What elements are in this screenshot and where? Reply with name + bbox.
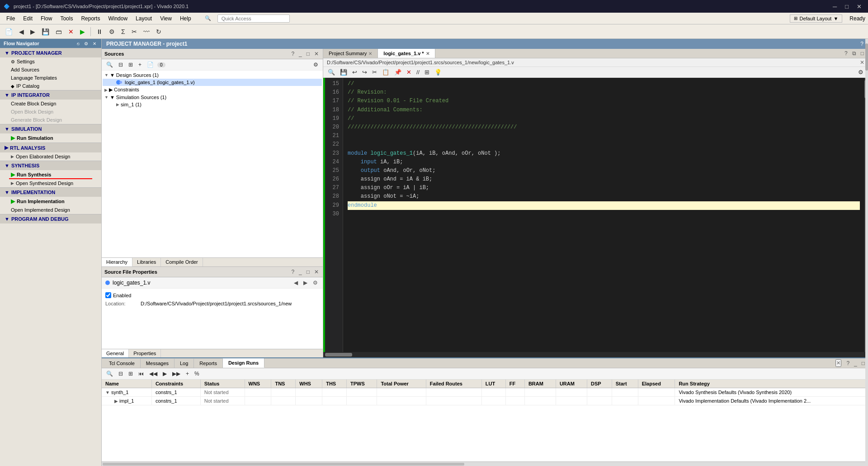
runs-search-button[interactable]: 🔍 <box>104 370 115 378</box>
sources-maximize-button[interactable]: □ <box>305 50 311 57</box>
sources-tab-libraries[interactable]: Libraries <box>132 258 161 266</box>
sfp-nav-forward-button[interactable]: ▶ <box>302 279 309 286</box>
sfp-tab-general[interactable]: General <box>102 349 129 357</box>
editor-tab-logic-gates[interactable]: logic_gates_1.v * ✕ <box>378 49 435 58</box>
menu-file[interactable]: File <box>3 14 19 23</box>
runs-add-button[interactable]: + <box>184 370 191 378</box>
ed-cut-button[interactable]: ✂ <box>370 68 379 76</box>
close-button[interactable]: ✕ <box>854 2 864 11</box>
sources-tab-hierarchy[interactable]: Hierarchy <box>102 258 132 266</box>
bottom-help-button[interactable]: ? <box>845 360 851 367</box>
back-button[interactable]: ◀ <box>17 27 26 37</box>
sources-tab-compile-order[interactable]: Compile Order <box>161 258 203 266</box>
bottom-minimize-button[interactable]: _ <box>853 360 859 367</box>
editor-close-path-button[interactable]: ✕ <box>860 59 864 66</box>
ed-search-button[interactable]: 🔍 <box>326 68 337 76</box>
runs-percent-button[interactable]: % <box>193 370 201 378</box>
col-total-power[interactable]: Total Power <box>377 380 426 388</box>
editor-settings-button[interactable]: ⚙ <box>856 68 865 76</box>
ed-undo-button[interactable]: ↩ <box>350 68 359 76</box>
sfp-nav-back-button[interactable]: ◀ <box>292 279 299 286</box>
menu-reports[interactable]: Reports <box>77 14 104 23</box>
sources-help-button[interactable]: ? <box>290 50 296 57</box>
sources-search-button[interactable]: 🔍 <box>104 61 115 69</box>
col-ths[interactable]: THS <box>322 380 347 388</box>
sfp-tab-properties[interactable]: Properties <box>129 349 161 357</box>
menu-window[interactable]: Window <box>104 14 131 23</box>
wave-button[interactable]: 〰 <box>141 27 152 37</box>
nav-item-run-implementation[interactable]: ▶ Run Implementation <box>0 197 101 206</box>
nav-item-add-sources[interactable]: Add Sources <box>0 66 101 74</box>
nav-item-open-synthesized-design[interactable]: ▶ Open Synthesized Design <box>0 179 101 187</box>
nav-section-implementation-header[interactable]: ▼IMPLEMENTATION <box>0 187 101 197</box>
ed-bulb-button[interactable]: 💡 <box>433 68 443 76</box>
editor-float-button[interactable]: ⧉ <box>851 50 858 57</box>
col-whs[interactable]: WHS <box>296 380 322 388</box>
sources-expand-button[interactable]: ⊞ <box>127 61 135 69</box>
sources-add-button[interactable]: + <box>137 61 143 69</box>
sources-filter-button[interactable]: ⊟ <box>117 61 125 69</box>
nav-section-project-manager-header[interactable]: ▼PROJECT MANAGER <box>0 48 101 57</box>
forward-button[interactable]: ▶ <box>28 27 38 37</box>
settings-button[interactable]: ⚙ <box>107 27 117 37</box>
menu-layout[interactable]: Layout <box>132 14 156 23</box>
flow-nav-settings-button[interactable]: ⚙ <box>83 41 90 46</box>
runs-filter-button[interactable]: ⊟ <box>117 370 125 378</box>
runs-expand-button[interactable]: ⊞ <box>127 370 135 378</box>
quick-access-input[interactable] <box>217 14 290 23</box>
runs-play-button[interactable]: ▶ <box>161 370 169 378</box>
sfp-help-button[interactable]: ? <box>290 268 296 276</box>
sigma-button[interactable]: Σ <box>119 27 127 37</box>
menu-edit[interactable]: Edit <box>19 14 36 23</box>
nav-item-open-implemented-design[interactable]: Open Implemented Design <box>0 206 101 214</box>
col-bram[interactable]: BRAM <box>524 380 556 388</box>
nav-item-open-elaborated-design[interactable]: ▶ Open Elaborated Design <box>0 152 101 161</box>
pm-help-button[interactable]: ? <box>860 41 863 47</box>
nav-item-run-synthesis[interactable]: ▶ Run Synthesis <box>0 170 101 179</box>
code-hscrollbar[interactable] <box>323 352 868 357</box>
nav-section-rtl-analysis-header[interactable]: ▶RTL ANALYSIS <box>0 143 101 152</box>
nav-item-generate-block-design[interactable]: Generate Block Design <box>0 116 101 124</box>
editor-tab-project-summary[interactable]: Project Summary ✕ <box>323 49 378 58</box>
runs-next-button[interactable]: ▶▶ <box>170 370 182 378</box>
save-all-button[interactable]: 🗃 <box>53 27 64 37</box>
ed-paste-button[interactable]: 📌 <box>392 68 403 76</box>
bottom-hscrollbar[interactable] <box>102 461 868 466</box>
nav-section-synthesis-header[interactable]: ▼SYNTHESIS <box>0 161 101 170</box>
bottom-tab-reports[interactable]: Reports <box>194 359 223 368</box>
col-elapsed[interactable]: Elapsed <box>638 380 675 388</box>
ed-table-button[interactable]: ⊞ <box>423 68 431 76</box>
bottom-tab-design-runs[interactable]: Design Runs <box>223 358 264 368</box>
menu-view[interactable]: View <box>156 14 175 23</box>
tree-sim1[interactable]: ▶ sim_1 (1) <box>103 101 322 108</box>
delete-button[interactable]: ✕ <box>66 27 76 37</box>
col-ff[interactable]: FF <box>505 380 524 388</box>
nav-item-open-block-design[interactable]: Open Block Design <box>0 108 101 116</box>
menu-help[interactable]: Help <box>176 14 195 23</box>
run-button[interactable]: ▶ <box>78 27 87 37</box>
editor-maximize-button[interactable]: □ <box>859 50 865 57</box>
menu-tools[interactable]: Tools <box>57 14 76 23</box>
tree-constraints[interactable]: ▶ ▶ Constraints <box>103 86 322 94</box>
editor-tab-logic-gates-close[interactable]: ✕ <box>426 51 429 56</box>
col-lut[interactable]: LUT <box>481 380 505 388</box>
cut-button[interactable]: ✂ <box>129 27 139 37</box>
sfp-enabled-checkbox[interactable] <box>105 292 111 298</box>
main-vscrollbar[interactable] <box>865 39 868 466</box>
nav-item-run-simulation[interactable]: ▶ Run Simulation <box>0 133 101 143</box>
menu-flow[interactable]: Flow <box>37 14 56 23</box>
col-name[interactable]: Name <box>102 380 151 388</box>
col-tpws[interactable]: TPWS <box>347 380 377 388</box>
bottom-tab-tcl[interactable]: Tcl Console <box>104 359 141 368</box>
col-uram[interactable]: URAM <box>556 380 587 388</box>
runs-prev-button[interactable]: ◀◀ <box>147 370 159 378</box>
ed-delete-button[interactable]: ✕ <box>405 68 413 76</box>
editor-tab-project-summary-close[interactable]: ✕ <box>368 51 372 56</box>
runs-first-button[interactable]: ⏮ <box>137 370 146 378</box>
col-constraints[interactable]: Constraints <box>151 380 200 388</box>
table-row[interactable]: ▶ impl_1 constrs_1 Not started Vivado Im… <box>102 397 868 405</box>
col-status[interactable]: Status <box>200 380 245 388</box>
sfp-minimize-button[interactable]: _ <box>297 268 303 276</box>
nav-section-program-debug-header[interactable]: ▼PROGRAM AND DEBUG <box>0 214 101 223</box>
nav-item-ip-catalog[interactable]: ◆ IP Catalog <box>0 82 101 90</box>
